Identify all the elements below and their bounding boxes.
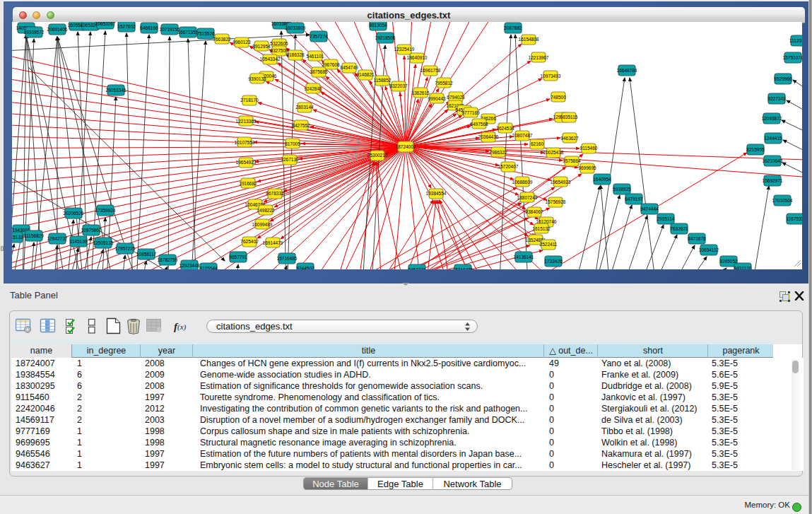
svg-text:9474444: 9474444 — [640, 206, 659, 211]
svg-text:9835115: 9835115 — [560, 115, 578, 119]
svg-text:7515526: 7515526 — [196, 31, 215, 36]
svg-text:12213967: 12213967 — [529, 55, 549, 60]
svg-text:5461101: 5461101 — [307, 54, 324, 59]
svg-text:15751074: 15751074 — [783, 55, 802, 60]
svg-text:10653267: 10653267 — [95, 22, 116, 26]
svg-text:12093872: 12093872 — [762, 116, 782, 121]
svg-text:9327509: 9327509 — [270, 48, 288, 53]
svg-text:1916682: 1916682 — [239, 181, 257, 186]
svg-text:9457721: 9457721 — [408, 267, 426, 269]
svg-text:3624534: 3624534 — [496, 126, 514, 131]
svg-text:9384067: 9384067 — [525, 209, 543, 214]
svg-text:16671355: 16671355 — [178, 30, 199, 35]
svg-text:18640910: 18640910 — [407, 55, 428, 60]
svg-text:2522411: 2522411 — [540, 242, 558, 247]
svg-text:7986322: 7986322 — [489, 150, 507, 155]
svg-text:9242848: 9242848 — [304, 86, 322, 91]
svg-text:3915133: 3915133 — [12, 235, 23, 240]
svg-text:10973493: 10973493 — [541, 74, 561, 78]
svg-text:19654923: 19654923 — [236, 160, 257, 165]
svg-text:12325419: 12325419 — [394, 47, 415, 52]
svg-text:19309572: 19309572 — [24, 30, 45, 35]
svg-text:9244502: 9244502 — [296, 266, 314, 269]
svg-text:10807487: 10807487 — [512, 133, 533, 138]
svg-text:1362615: 1362615 — [411, 90, 430, 95]
svg-text:6497568: 6497568 — [470, 122, 488, 127]
svg-text:19654923: 19654923 — [551, 180, 571, 185]
svg-text:25300213: 25300213 — [367, 153, 388, 158]
svg-text:2718170: 2718170 — [240, 98, 259, 103]
svg-text:9125544: 9125544 — [199, 266, 218, 269]
svg-text:2967608: 2967608 — [322, 62, 340, 67]
svg-text:8215955: 8215955 — [746, 147, 765, 152]
svg-text:2087682: 2087682 — [504, 25, 522, 30]
svg-text:15756928: 15756928 — [546, 199, 566, 204]
svg-text:9227343: 9227343 — [767, 96, 786, 101]
svg-text:1244415: 1244415 — [764, 136, 782, 141]
svg-text:748500: 748500 — [551, 95, 566, 100]
svg-text:2935114: 2935114 — [657, 216, 675, 221]
svg-text:9463627: 9463627 — [560, 136, 579, 141]
svg-text:5938925: 5938925 — [613, 187, 631, 192]
svg-text:1145139: 1145139 — [70, 239, 88, 244]
svg-text:10654112: 10654112 — [699, 247, 719, 252]
svg-text:17359924: 17359924 — [95, 208, 116, 213]
svg-text:7632621: 7632621 — [670, 226, 688, 231]
svg-text:5322605: 5322605 — [270, 41, 288, 46]
svg-text:20364436: 20364436 — [478, 134, 499, 139]
svg-text:9115460: 9115460 — [580, 146, 598, 151]
svg-text:19384554: 19384554 — [426, 191, 447, 196]
svg-text:10688609: 10688609 — [512, 180, 533, 185]
svg-text:1167533: 1167533 — [787, 216, 802, 221]
svg-text:16099489: 16099489 — [252, 222, 273, 227]
svg-text:10107553: 10107553 — [235, 140, 255, 145]
svg-text:10543342: 10543342 — [260, 57, 281, 62]
svg-text:14136141: 14136141 — [514, 255, 534, 259]
svg-text:10958117: 10958117 — [136, 252, 157, 257]
svg-text:62160: 62160 — [531, 141, 543, 146]
svg-text:9960123: 9960123 — [233, 40, 251, 45]
svg-text:9990443: 9990443 — [428, 96, 446, 101]
svg-text:8454749: 8454749 — [340, 65, 358, 70]
svg-text:19218506: 19218506 — [375, 35, 396, 40]
svg-text:12942737: 12942737 — [47, 236, 68, 241]
svg-text:8427552: 8427552 — [292, 123, 310, 128]
svg-text:16033809: 16033809 — [286, 25, 306, 30]
svg-text:15720407: 15720407 — [498, 164, 519, 169]
svg-text:16782759: 16782759 — [158, 257, 178, 262]
svg-text:7625402: 7625402 — [240, 239, 259, 244]
svg-text:1640954: 1640954 — [593, 177, 611, 182]
svg-text:8813054: 8813054 — [369, 23, 387, 28]
svg-text:6479197: 6479197 — [625, 197, 643, 201]
svg-text:1498222: 1498222 — [257, 208, 275, 213]
svg-text:6466160: 6466160 — [140, 25, 158, 30]
svg-text:817005: 817005 — [285, 141, 300, 146]
svg-text:(x): (x) — [177, 322, 187, 332]
svg-text:1733426: 1733426 — [544, 259, 563, 264]
svg-text:7663822: 7663822 — [213, 37, 231, 42]
svg-text:20206526: 20206526 — [64, 211, 84, 216]
svg-text:10975867: 10975867 — [81, 228, 102, 233]
svg-text:18807249: 18807249 — [517, 195, 538, 200]
svg-text:11123359: 11123359 — [789, 38, 802, 43]
svg-text:16154808: 16154808 — [519, 37, 539, 42]
svg-text:15718485: 15718485 — [453, 267, 473, 269]
svg-text:7357274: 7357274 — [310, 34, 328, 39]
svg-text:9529966: 9529966 — [774, 76, 792, 81]
svg-text:1527602: 1527602 — [117, 24, 136, 29]
svg-text:16914479: 16914479 — [263, 240, 283, 245]
svg-text:18724007: 18724007 — [396, 144, 416, 149]
svg-text:10719155: 10719155 — [160, 27, 180, 32]
svg-text:2803144: 2803144 — [295, 105, 314, 110]
svg-text:8322037: 8322037 — [389, 83, 408, 88]
svg-text:12505135: 12505135 — [93, 240, 114, 245]
svg-text:8912954: 8912954 — [252, 44, 271, 49]
svg-text:7955812: 7955812 — [435, 81, 453, 86]
svg-text:9390133: 9390133 — [248, 76, 266, 81]
svg-text:9777169: 9777169 — [461, 110, 480, 115]
svg-text:9431120: 9431120 — [734, 266, 752, 269]
svg-text:9699695: 9699695 — [578, 165, 596, 170]
svg-text:11156829: 11156829 — [24, 233, 44, 238]
svg-text:17957225: 17957225 — [115, 246, 136, 251]
svg-text:12213363: 12213363 — [236, 119, 257, 124]
